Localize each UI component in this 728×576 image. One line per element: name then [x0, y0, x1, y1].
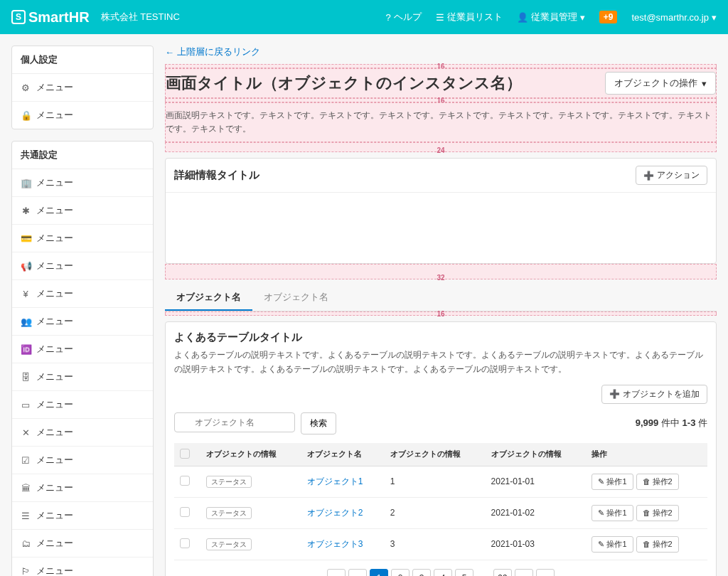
sidebar-item[interactable]: 🗄メニュー: [12, 363, 153, 391]
trash-icon: 🗑: [643, 508, 651, 517]
menu-icon: 🆔: [21, 344, 31, 355]
employee-mgmt-dropdown[interactable]: 👤従業員管理▾: [517, 11, 585, 23]
sidebar-item[interactable]: 👥メニュー: [12, 308, 153, 336]
sidebar-item-label: メニュー: [36, 109, 73, 122]
page-number[interactable]: 3: [412, 569, 431, 576]
tab[interactable]: オブジェクト名: [165, 285, 252, 311]
header: S SmartHR 株式会社 TESTINC ?ヘルプ ☰従業員リスト 👤従業員…: [0, 0, 728, 34]
sidebar-item[interactable]: 💳メニュー: [12, 225, 153, 252]
back-link[interactable]: ←上階層に戻るリンク: [165, 46, 717, 58]
object-link[interactable]: オブジェクト3: [307, 539, 363, 549]
sidebar-item[interactable]: ¥メニュー: [12, 280, 153, 308]
menu-icon: 📢: [21, 261, 31, 272]
sidebar-item-label: メニュー: [36, 232, 73, 245]
page-prev[interactable]: «: [327, 569, 346, 576]
column-header: オブジェクトの情報: [385, 443, 486, 466]
edit-button[interactable]: ✎操作1: [592, 505, 633, 521]
sidebar-item[interactable]: 🗂メニュー: [12, 530, 153, 558]
pencil-icon: ✎: [598, 540, 604, 549]
sidebar-item[interactable]: 🏢メニュー: [12, 169, 153, 197]
person-icon: 👤: [517, 12, 528, 23]
search-input[interactable]: [174, 412, 295, 432]
chevron-down-icon: ▾: [702, 78, 707, 89]
object-action-dropdown[interactable]: オブジェクトの操作▾: [605, 72, 716, 95]
table-title: よくあるテーブルタイトル: [174, 331, 707, 344]
sidebar-item[interactable]: ✕メニュー: [12, 419, 153, 447]
cell-info: 2: [385, 497, 486, 528]
page-next[interactable]: »: [536, 569, 555, 576]
cell-info: 3: [385, 528, 486, 560]
add-object-button[interactable]: ➕オブジェクトを追加: [601, 385, 707, 404]
page-next[interactable]: ›: [515, 569, 533, 576]
menu-icon: 👥: [21, 316, 31, 327]
user-email-dropdown[interactable]: test@smarthr.co.jp▾: [631, 12, 717, 23]
menu-icon: ▭: [21, 400, 31, 410]
sidebar-item-label: メニュー: [36, 537, 73, 550]
table-row: ステータス オブジェクト1 1 2021-01-01 ✎操作1 🗑操作2: [174, 466, 707, 497]
data-table: オブジェクトの情報オブジェクト名オブジェクトの情報オブジェクトの情報操作 ステー…: [174, 443, 707, 560]
sidebar-item-label: メニュー: [36, 370, 73, 383]
employee-list-link[interactable]: ☰従業員リスト: [436, 11, 503, 23]
status-badge: ステータス: [206, 507, 252, 519]
sidebar-item[interactable]: ⚙メニュー: [12, 74, 153, 102]
page-number[interactable]: 99: [493, 569, 512, 576]
table-row: ステータス オブジェクト2 2 2021-01-02 ✎操作1 🗑操作2: [174, 497, 707, 528]
tab[interactable]: オブジェクト名: [252, 285, 340, 311]
result-count: 9,999 件中 1-3 件: [636, 417, 707, 430]
menu-icon: ⚙: [21, 82, 31, 93]
select-all-checkbox[interactable]: [180, 449, 190, 459]
menu-icon: ✕: [21, 427, 31, 438]
sidebar-item[interactable]: ✱メニュー: [12, 197, 153, 225]
common-settings-title: 共通設定: [12, 142, 153, 169]
cell-info: 1: [385, 466, 486, 497]
page-number[interactable]: 4: [434, 569, 452, 576]
sidebar-item[interactable]: ▭メニュー: [12, 391, 153, 419]
delete-button[interactable]: 🗑操作2: [636, 474, 679, 490]
row-checkbox[interactable]: [180, 507, 190, 517]
page-number[interactable]: 2: [391, 569, 410, 576]
object-link[interactable]: オブジェクト1: [307, 476, 363, 486]
menu-icon: 🔒: [21, 110, 31, 121]
sidebar-item[interactable]: 🆔メニュー: [12, 336, 153, 363]
sidebar-item[interactable]: ☰メニュー: [12, 502, 153, 530]
row-checkbox[interactable]: [180, 476, 190, 486]
page-title: 画面タイトル（オブジェクトのインスタンス名）: [166, 73, 522, 94]
sidebar-item[interactable]: ☑メニュー: [12, 447, 153, 474]
detail-title: 詳細情報タイトル: [174, 169, 259, 182]
sidebar-item-label: メニュー: [36, 565, 73, 576]
help-link[interactable]: ?ヘルプ: [386, 11, 422, 23]
edit-button[interactable]: ✎操作1: [592, 536, 633, 553]
detail-panel: 詳細情報タイトル ➕アクション: [165, 158, 717, 264]
page-number[interactable]: 1: [370, 569, 388, 576]
notification-badge[interactable]: +9: [599, 11, 618, 23]
menu-icon: 🏛: [21, 483, 31, 494]
detail-body: [166, 192, 716, 263]
detail-action-button[interactable]: ➕アクション: [636, 166, 707, 185]
sidebar-item[interactable]: 🔒メニュー: [12, 102, 153, 129]
sidebar-item[interactable]: 🏳メニュー: [12, 558, 153, 576]
logo[interactable]: S SmartHR: [11, 9, 90, 26]
delete-button[interactable]: 🗑操作2: [636, 505, 679, 521]
plus-icon: ➕: [643, 171, 654, 181]
object-link[interactable]: オブジェクト2: [307, 508, 363, 518]
row-checkbox[interactable]: [180, 538, 190, 548]
help-icon: ?: [386, 12, 391, 23]
edit-button[interactable]: ✎操作1: [592, 474, 633, 490]
trash-icon: 🗑: [643, 477, 651, 486]
page-prev[interactable]: ‹: [348, 569, 367, 576]
menu-icon: ¥: [21, 289, 31, 299]
sidebar-item[interactable]: 📢メニュー: [12, 252, 153, 280]
sidebar-item[interactable]: 🏛メニュー: [12, 474, 153, 502]
tabs: オブジェクト名オブジェクト名: [165, 285, 717, 311]
page-number[interactable]: 5: [455, 569, 473, 576]
title-row: 画面タイトル（オブジェクトのインスタンス名） オブジェクトの操作▾: [165, 68, 717, 98]
column-header: オブジェクト名: [301, 443, 385, 466]
spacing-marker: 32: [165, 264, 717, 279]
delete-button[interactable]: 🗑操作2: [636, 536, 679, 553]
chevron-down-icon: ▾: [712, 12, 717, 23]
search-button[interactable]: 検索: [301, 412, 336, 434]
sidebar-item-label: メニュー: [36, 204, 73, 217]
sidebar-item-label: メニュー: [36, 287, 73, 300]
menu-icon: 🏳: [21, 566, 31, 577]
logo-icon: S: [11, 10, 26, 24]
